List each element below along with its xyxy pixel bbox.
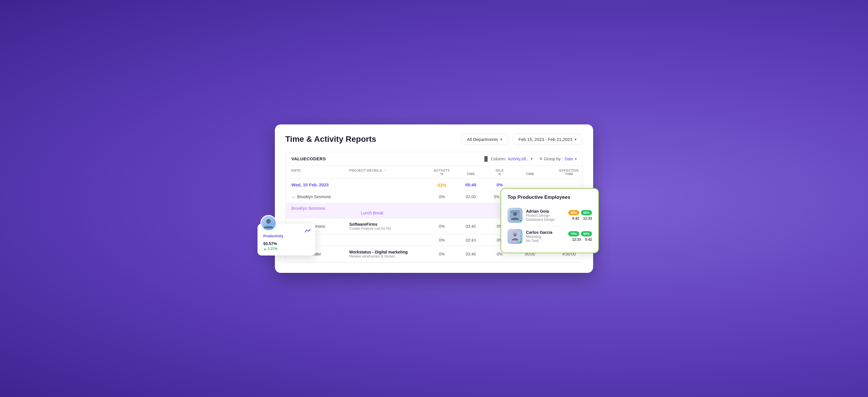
online-indicator [519, 219, 522, 222]
effective-badge: 68% [581, 210, 592, 215]
employee-name: — Brooklyn Simmons [291, 194, 349, 199]
activity-time: 05:40 [454, 182, 488, 187]
productivity-value: 93.57% [263, 239, 310, 247]
date-label: Wed, 15 Feb, 2023 [291, 182, 349, 187]
avatar-svg [263, 217, 274, 229]
department-label: All Departments [467, 137, 498, 142]
project-name: Workstatus - Digital marketing [349, 250, 430, 254]
employee-role: Marketing [526, 235, 565, 239]
groupby-label: Group by : [544, 157, 563, 161]
th-idle-group: IDLE % [488, 169, 511, 176]
top-employees-popup: Top Productive Employees Adrian Goia Pro… [500, 188, 599, 253]
productivity-label: Productivity [263, 234, 310, 238]
employee-times: 12:33 5:42 [572, 238, 592, 242]
activity-pct: 43% [430, 182, 454, 187]
column-icon: ▐▌ [483, 156, 489, 161]
employee-stats: 70% 80% 12:33 5:42 [568, 231, 592, 242]
table-header: DATE PROJECT DETAILS ↑ ACTIVITY % - TIME… [286, 166, 582, 179]
employee-stats: 48% 68% 5:42 12:33 [568, 210, 592, 220]
th-project: PROJECT DETAILS ↑ [349, 169, 430, 176]
avatar [260, 215, 277, 231]
cell-activity-pct: 0% [430, 194, 454, 199]
page-title: Time & Activity Reports [285, 134, 376, 144]
th-date: DATE [291, 169, 349, 176]
productivity-change: ▲ 2.37% [263, 247, 310, 251]
svg-rect-1 [265, 224, 272, 226]
toolbar-right: ▐▌ Column: Activity,Idl... ▾ ≡ Group by … [483, 156, 577, 161]
trend-icon [305, 228, 311, 234]
groupby-value: Date [564, 157, 573, 161]
project-sub: Review wireframes & stories [349, 254, 430, 258]
department-selector[interactable]: All Departments ▾ [461, 134, 508, 145]
chevron-down-icon: ▾ [500, 137, 502, 142]
employee-card: Adrian Goia Product Design Dashboard Des… [507, 205, 592, 226]
date-range-selector[interactable]: Feb 15, 2023 - Feb 21,2023 ▾ [513, 134, 583, 145]
employee-task: No Task [526, 239, 565, 243]
activity-badge: 48% [568, 210, 579, 215]
effective-badge: 80% [581, 231, 592, 236]
th-effective-group: EFFECTIVE TIME [549, 169, 583, 176]
employee-role: Product Design [526, 214, 565, 218]
header: Time & Activity Reports All Departments … [285, 134, 583, 145]
employee-card: Carlos Garcia Marketing No Task 70% 80% … [507, 226, 592, 247]
column-value: Activity,Idl... [508, 157, 529, 161]
cell-activity-time: 02:00 [454, 194, 488, 199]
column-label: Column: [491, 157, 506, 161]
popup-title: Top Productive Employees [507, 194, 592, 200]
date-range-label: Feb 15, 2023 - Feb 21,2023 [519, 137, 572, 142]
employee-info: Adrian Goia Product Design Dashboard Des… [526, 209, 565, 222]
activity-badge: 70% [568, 231, 579, 236]
employee-avatar [507, 229, 523, 244]
employee-name: Carlos Garcia [526, 230, 565, 235]
employee-badges: 48% 68% [568, 210, 592, 215]
chevron-down-icon: ▾ [531, 157, 533, 161]
productivity-content: Productivity 93.57% ▲ 2.37% [263, 234, 310, 251]
main-card: Time & Activity Reports All Departments … [275, 124, 593, 273]
employee-info: Carlos Garcia Marketing No Task [526, 230, 565, 243]
employee-times: 5:42 12:33 [572, 216, 592, 220]
idle-pct: 0% [488, 182, 511, 187]
th-activity-group: ACTIVITY % [430, 169, 454, 176]
employee-task: Dashboard Design [526, 218, 565, 222]
employee-name: Adrian Goia [526, 209, 565, 214]
project-sub: Create Feature List for R3 [349, 226, 430, 231]
svg-rect-4 [510, 210, 520, 213]
th-idle-time-group: - TIME [511, 169, 549, 176]
chevron-down-icon: ▾ [575, 137, 577, 142]
svg-point-0 [266, 219, 271, 224]
column-control[interactable]: ▐▌ Column: Activity,Idl... ▾ [483, 156, 532, 161]
chevron-down-icon: ▾ [575, 157, 577, 161]
groupby-control[interactable]: ≡ Group by : Date ▾ [539, 156, 577, 161]
dash-icon: — [291, 194, 296, 199]
th-activity-time-group: - TIME [454, 169, 488, 176]
filter-icon: ≡ [539, 156, 542, 161]
avatar-svg [510, 231, 520, 242]
avatar-svg [510, 210, 520, 220]
break-employee: Brooklyn Simmons [291, 206, 349, 211]
employee-badges: 70% 80% [568, 231, 592, 236]
productivity-widget: Productivity 93.57% ▲ 2.37% [257, 224, 315, 255]
header-controls: All Departments ▾ Feb 15, 2023 - Feb 21,… [461, 134, 583, 145]
company-name: VALUECODERS [291, 156, 326, 161]
project-name: SoftwareFirms [349, 222, 430, 226]
toolbar: VALUECODERS ▐▌ Column: Activity,Idl... ▾… [286, 152, 582, 166]
employee-avatar [507, 208, 523, 223]
break-label: Lunch Break [349, 211, 488, 215]
svg-point-7 [513, 232, 517, 235]
online-indicator [519, 240, 522, 243]
